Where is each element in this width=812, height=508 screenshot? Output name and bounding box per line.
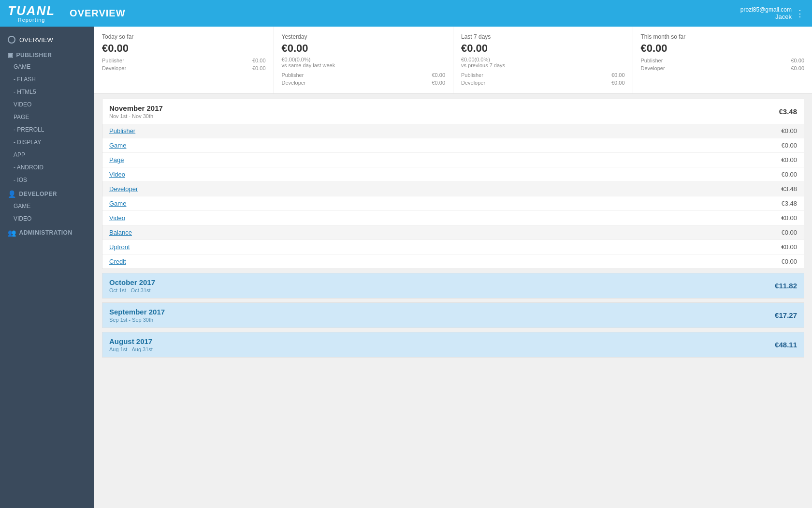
sidebar: OVERVIEW ▣ PUBLISHER GAME - FLASH - HTML… xyxy=(0,27,94,508)
row-label-video[interactable]: Video xyxy=(102,211,517,225)
stat-thismonth: This month so far €0.00 Publisher €0.00 … xyxy=(633,27,812,93)
stat-today-developer-label: Developer xyxy=(102,65,126,71)
row-value-video: €0.00 xyxy=(517,167,804,182)
sidebar-item-publisher-display[interactable]: - DISPLAY xyxy=(0,136,94,149)
sidebar-item-developer-video[interactable]: VIDEO xyxy=(0,212,94,225)
section-label-balance[interactable]: Balance xyxy=(102,225,517,240)
stat-last7: Last 7 days €0.00 €0.00(0.0%) vs previou… xyxy=(453,27,633,93)
more-options-icon[interactable]: ⋮ xyxy=(796,8,804,19)
month-section-nov2017: November 2017 Nov 1st - Nov 30th €3.48 P… xyxy=(102,99,804,269)
sidebar-section-publisher[interactable]: ▣ PUBLISHER xyxy=(0,48,94,60)
sidebar-item-publisher-page[interactable]: PAGE xyxy=(0,111,94,123)
stat-thismonth-publisher-value: €0.00 xyxy=(791,58,804,63)
month-total-oct2017: €11.82 xyxy=(775,282,797,290)
section-label-publisher[interactable]: Publisher xyxy=(102,124,517,138)
user-email: prozi85@gmail.com xyxy=(740,6,792,13)
sidebar-item-publisher-app[interactable]: APP xyxy=(0,149,94,161)
main-content: Today so far €0.00 Publisher €0.00 Devel… xyxy=(94,27,812,508)
stat-yesterday-value: €0.00 xyxy=(282,42,446,55)
sidebar-item-publisher-flash[interactable]: - FLASH xyxy=(0,73,94,86)
detail-table: Publisher €0.00 Game €0.00 Page €0.00 Vi… xyxy=(102,124,804,269)
stat-today-publisher-label: Publisher xyxy=(102,58,124,63)
stat-last7-developer-label: Developer xyxy=(461,80,485,86)
months-container: November 2017 Nov 1st - Nov 30th €3.48 P… xyxy=(94,94,812,366)
section-label-developer[interactable]: Developer xyxy=(102,182,517,196)
row-label-game[interactable]: Game xyxy=(102,196,517,211)
section-value-publisher: €0.00 xyxy=(517,124,804,138)
month-section-oct2017: October 2017 Oct 1st - Oct 31st €11.82 xyxy=(102,273,804,299)
user-name: Jacek xyxy=(775,13,792,20)
month-title-aug2017: August 2017 xyxy=(109,337,153,345)
stat-yesterday-label: Yesterday xyxy=(282,33,446,40)
section-value-developer: €3.48 xyxy=(517,182,804,196)
month-header-left-nov2017: November 2017 Nov 1st - Nov 30th xyxy=(109,104,163,119)
stat-yesterday-publisher-label: Publisher xyxy=(282,72,304,78)
row-value-video: €0.00 xyxy=(517,211,804,225)
stat-thismonth-label: This month so far xyxy=(641,33,805,40)
stats-row: Today so far €0.00 Publisher €0.00 Devel… xyxy=(94,27,812,94)
month-section-sep2017: September 2017 Sep 1st - Sep 30th €17.27 xyxy=(102,302,804,328)
month-range-oct2017: Oct 1st - Oct 31st xyxy=(109,287,155,293)
user-info: prozi85@gmail.com Jacek ⋮ xyxy=(740,6,804,20)
stat-yesterday-developer-label: Developer xyxy=(282,80,306,86)
month-title-sep2017: September 2017 xyxy=(109,308,165,316)
header: TUANL Reporting OVERVIEW prozi85@gmail.c… xyxy=(0,0,812,27)
developer-icon: 👤 xyxy=(8,190,16,198)
row-label-page[interactable]: Page xyxy=(102,153,517,167)
section-row-developer: Developer €3.48 xyxy=(102,182,804,196)
row-label-credit[interactable]: Credit xyxy=(102,254,517,269)
month-range-nov2017: Nov 1st - Nov 30th xyxy=(109,113,163,119)
stat-thismonth-developer-label: Developer xyxy=(641,65,665,71)
logo-sub: Reporting xyxy=(8,17,55,23)
sidebar-item-publisher-html5[interactable]: - HTML5 xyxy=(0,86,94,98)
publisher-section-icon: ▣ xyxy=(8,52,14,59)
sidebar-item-developer-game[interactable]: GAME xyxy=(0,200,94,212)
month-header-oct2017[interactable]: October 2017 Oct 1st - Oct 31st €11.82 xyxy=(102,273,804,298)
stat-last7-label: Last 7 days xyxy=(461,33,625,40)
row-value-page: €0.00 xyxy=(517,153,804,167)
stat-thismonth-value: €0.00 xyxy=(641,42,805,55)
stat-today-publisher-value: €0.00 xyxy=(252,58,266,63)
month-header-aug2017[interactable]: August 2017 Aug 1st - Aug 31st €48.11 xyxy=(102,332,804,357)
stat-last7-publisher-value: €0.00 xyxy=(611,72,625,78)
sidebar-item-publisher-ios[interactable]: - IOS xyxy=(0,174,94,186)
detail-row-game: Game €3.48 xyxy=(102,196,804,211)
month-range-aug2017: Aug 1st - Aug 31st xyxy=(109,346,153,352)
month-header-nov2017[interactable]: November 2017 Nov 1st - Nov 30th €3.48 xyxy=(102,99,804,124)
row-label-game[interactable]: Game xyxy=(102,138,517,153)
section-row-publisher: Publisher €0.00 xyxy=(102,124,804,138)
stat-last7-developer-value: €0.00 xyxy=(611,80,625,86)
stat-thismonth-publisher-label: Publisher xyxy=(641,58,663,63)
row-label-upfront[interactable]: Upfront xyxy=(102,240,517,254)
section-value-balance: €0.00 xyxy=(517,225,804,240)
row-value-game: €3.48 xyxy=(517,196,804,211)
sidebar-section-developer[interactable]: 👤 DEVELOPER xyxy=(0,186,94,200)
month-range-sep2017: Sep 1st - Sep 30th xyxy=(109,317,165,323)
detail-row-video: Video €0.00 xyxy=(102,211,804,225)
stat-last7-value: €0.00 xyxy=(461,42,625,55)
month-total-sep2017: €17.27 xyxy=(775,311,797,319)
stat-today-label: Today so far xyxy=(102,33,266,40)
stat-last7-compare: €0.00(0.0%) vs previous 7 days xyxy=(461,57,625,68)
sidebar-item-publisher-preroll[interactable]: - PREROLL xyxy=(0,123,94,136)
sidebar-item-publisher-game[interactable]: GAME xyxy=(0,60,94,73)
row-label-video[interactable]: Video xyxy=(102,167,517,182)
detail-row-credit: Credit €0.00 xyxy=(102,254,804,269)
row-value-game: €0.00 xyxy=(517,138,804,153)
stat-last7-publisher-label: Publisher xyxy=(461,72,483,78)
stat-yesterday-compare: €0.00(0.0%) vs same day last week xyxy=(282,57,446,68)
row-value-upfront: €0.00 xyxy=(517,240,804,254)
sidebar-item-overview[interactable]: OVERVIEW xyxy=(0,31,94,48)
detail-row-video: Video €0.00 xyxy=(102,167,804,182)
section-row-balance: Balance €0.00 xyxy=(102,225,804,240)
month-header-left-aug2017: August 2017 Aug 1st - Aug 31st xyxy=(109,337,153,352)
month-header-sep2017[interactable]: September 2017 Sep 1st - Sep 30th €17.27 xyxy=(102,303,804,328)
stat-today-value: €0.00 xyxy=(102,42,266,55)
stat-yesterday: Yesterday €0.00 €0.00(0.0%) vs same day … xyxy=(274,27,454,93)
detail-row-page: Page €0.00 xyxy=(102,153,804,167)
sidebar-section-administration[interactable]: 👥 ADMINISTRATION xyxy=(0,225,94,239)
month-title-nov2017: November 2017 xyxy=(109,104,163,112)
sidebar-item-publisher-video[interactable]: VIDEO xyxy=(0,98,94,111)
sidebar-item-publisher-android[interactable]: - ANDROID xyxy=(0,161,94,174)
detail-row-upfront: Upfront €0.00 xyxy=(102,240,804,254)
